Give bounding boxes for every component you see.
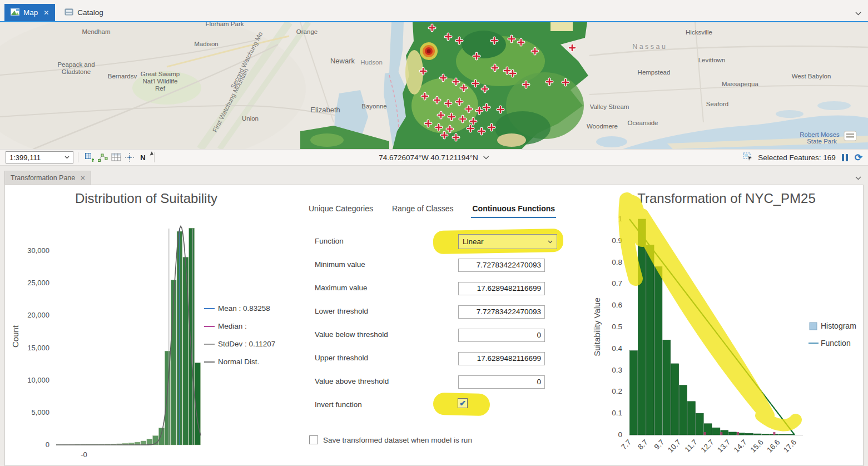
tab-catalog-label: Catalog <box>77 8 103 17</box>
map-label: Madison <box>194 41 218 47</box>
chevron-down-icon <box>483 156 489 160</box>
selection-icon <box>743 152 752 162</box>
attribute-table-icon[interactable] <box>110 151 123 164</box>
histogram-bar <box>147 439 152 445</box>
field-label: Lower threshold <box>315 307 368 315</box>
histogram-bar <box>654 266 662 435</box>
x-tick-label: 15.6 <box>749 438 765 454</box>
legend-label: Normal Dist. <box>218 358 259 366</box>
map-label: Ref <box>155 85 166 92</box>
catalog-icon <box>65 8 73 17</box>
save-transformed-label: Save transformed dataset when model is r… <box>323 436 472 444</box>
tabbar-overflow-chevron[interactable] <box>855 12 861 16</box>
snapping-icon[interactable] <box>123 151 136 164</box>
map-label: Valley Stream <box>590 103 629 110</box>
north-arrow-icon[interactable]: N <box>136 151 150 164</box>
field-label: Invert function <box>315 400 362 409</box>
save-transformed-checkbox[interactable] <box>309 435 318 444</box>
cursor-coordinates[interactable]: 74.6726074°W 40.7121194°N <box>379 153 489 162</box>
view-tab-bar: Map ✕ Catalog <box>0 0 868 22</box>
histogram-bar <box>745 433 753 435</box>
field-label: Value above threshold <box>315 377 389 385</box>
histogram-bar <box>638 219 646 435</box>
x-tick-label: 12.7 <box>699 438 715 454</box>
edit-vertices-icon[interactable] <box>96 151 110 164</box>
histogram-bar <box>663 340 671 435</box>
map-label: Newark <box>330 57 355 65</box>
map-scale-combobox[interactable]: 1:399,111 <box>6 151 73 163</box>
tab-map[interactable]: Map ✕ <box>4 4 55 21</box>
baseline-mark <box>704 432 706 435</box>
map-label: Hempstead <box>638 69 671 76</box>
map-label: State Park <box>807 138 837 145</box>
map-label: Orange <box>296 28 318 35</box>
refresh-icon[interactable]: ⟳ <box>855 153 862 162</box>
y-axis-label: Count <box>11 325 20 348</box>
selected-features-count[interactable]: Selected Features: 169 <box>758 153 836 162</box>
form-row: Lower threshold7.72783422470093 <box>287 304 589 321</box>
close-map-tab-icon[interactable]: ✕ <box>43 9 49 17</box>
map-label: Great Swamp <box>141 71 180 77</box>
field-label: Upper threshold <box>315 354 368 362</box>
map-view[interactable]: MendhamFlorham ParkMadisonOrangeNewarkHu… <box>0 22 868 149</box>
y-tick-label: 0.7 <box>612 279 622 287</box>
value-below-threshold-input[interactable]: 0 <box>458 329 545 342</box>
histogram-bar <box>778 434 786 435</box>
raster-hotspot <box>420 42 438 60</box>
x-tick-label: 17.6 <box>782 438 798 454</box>
y-tick-label: 0.6 <box>612 301 622 309</box>
map-label: Gladstone <box>62 68 91 75</box>
y-tick-label: 0.8 <box>612 258 622 266</box>
map-label: Mendham <box>82 28 110 35</box>
tab-continuous-functions[interactable]: Continuous Functions <box>471 204 556 218</box>
histogram-bar <box>646 245 654 435</box>
map-label: Seaford <box>706 101 728 107</box>
add-features-icon[interactable] <box>83 151 96 164</box>
tab-range-of-classes[interactable]: Range of Classes <box>391 204 455 218</box>
tab-transformation-pane[interactable]: Transformation Pane ✕ <box>4 171 91 185</box>
y-tick-label: 0 <box>618 430 622 439</box>
suitability-histogram: 05,00010,00015,00020,00025,00030,000-0Co… <box>5 205 292 466</box>
field-label: Value below threshold <box>315 330 388 339</box>
legend-label: Function <box>821 339 851 348</box>
form-row: Invert function✔ <box>287 398 589 414</box>
histogram-bar <box>729 432 737 435</box>
separator <box>154 152 155 162</box>
y-tick-label: 25,000 <box>27 279 49 287</box>
map-label: Hudson <box>360 59 383 66</box>
map-label: Oceanside <box>628 120 658 126</box>
tab-catalog[interactable]: Catalog <box>58 4 110 21</box>
histogram-bar <box>787 434 795 435</box>
map-label: Massapequa <box>722 81 758 87</box>
y-tick-label: 15,000 <box>27 344 49 352</box>
form-row: FunctionLinear <box>287 234 589 251</box>
pause-drawing-icon[interactable] <box>841 154 849 161</box>
minimum-value-input[interactable]: 7.72783422470093 <box>458 259 545 272</box>
y-tick-label: 20,000 <box>27 311 49 319</box>
map-label: Peapack and <box>57 61 95 68</box>
map-status-bar: 1:399,111 N 74.6726074°W 40.7121194°N Se… <box>0 149 868 166</box>
tab-unique-categories[interactable]: Unique Categories <box>307 204 374 218</box>
legend-label: StdDev : 0.11207 <box>218 340 275 348</box>
function-dropdown[interactable]: Linear <box>458 234 557 249</box>
maximum-value-input[interactable]: 17.6289482116699 <box>458 282 545 295</box>
invert-function-checkbox[interactable]: ✔ <box>458 398 468 408</box>
map-label: Union <box>242 115 259 122</box>
y-tick-label: 0.4 <box>612 344 622 353</box>
function-dropdown-value: Linear <box>463 237 484 246</box>
coordinates-value: 74.6726074°W 40.7121194°N <box>379 153 478 162</box>
form-row: Maximum value17.6289482116699 <box>287 281 589 298</box>
legend-label: Median : <box>218 322 247 330</box>
x-tick-label: 8.7 <box>636 438 649 452</box>
left-chart-title: Distribution of Suitability <box>5 191 287 206</box>
lower-threshold-input[interactable]: 7.72783422470093 <box>458 305 545 319</box>
histogram-bar <box>679 385 687 435</box>
pane-overflow-chevron[interactable] <box>855 176 861 180</box>
y-tick-label: 0.2 <box>612 387 622 395</box>
close-pane-icon[interactable]: ✕ <box>80 175 85 182</box>
upper-threshold-input[interactable]: 17.6289482116699 <box>458 352 545 365</box>
y-tick-label: 0.5 <box>612 323 622 331</box>
value-above-threshold-input[interactable]: 0 <box>458 375 545 389</box>
map-label: N a s s a u <box>632 43 666 51</box>
x-tick-label: 14.7 <box>732 438 748 454</box>
